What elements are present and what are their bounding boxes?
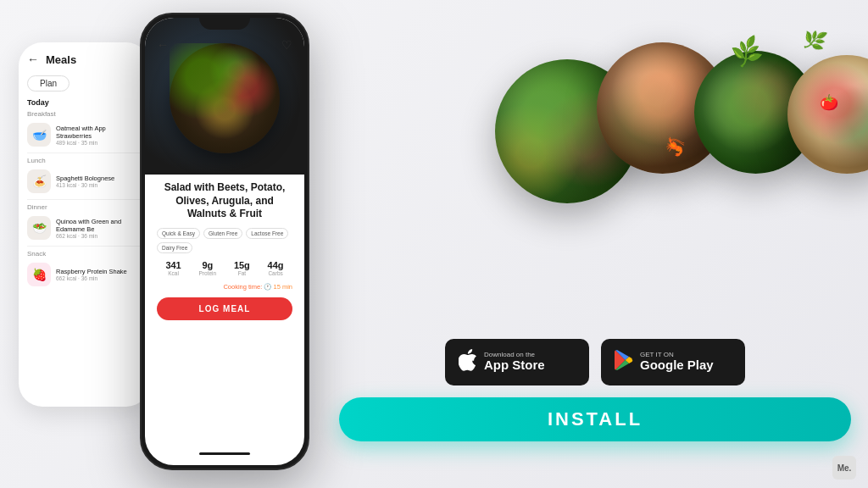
appstore-button[interactable]: Download on the App Store xyxy=(445,339,589,385)
tag-quick-easy: Quick & Easy xyxy=(157,228,200,239)
stat-carbs: 44g Carbs xyxy=(268,260,284,276)
googleplay-title: Google Play xyxy=(640,358,714,373)
cooking-time: Cooking time: 🕐 15 min xyxy=(157,283,292,291)
install-button[interactable]: INSTALL xyxy=(339,397,851,441)
phone-notch xyxy=(199,14,250,30)
phone-main-content: Salad with Beets, Potato, Olives, Arugul… xyxy=(145,175,304,327)
phone-back-icon[interactable]: ← xyxy=(157,38,169,52)
dinner-label: Dinner xyxy=(27,203,142,211)
meal-thumb-1: 🥣 xyxy=(27,123,51,147)
food-title: Salad with Beets, Potato, Olives, Arugul… xyxy=(157,181,292,221)
download-section: Download on the App Store GET IT ON Go xyxy=(339,339,851,441)
today-label: Today xyxy=(27,98,142,107)
meal-name-1: Oatmeal with App Strawberries xyxy=(56,125,142,140)
food-bowl-4 xyxy=(787,55,868,174)
main-container: ← Meals Plan Today Breakfast 🥣 Oatmeal w… xyxy=(0,0,868,488)
meal-thumb-2: 🍝 xyxy=(27,169,51,193)
stat-kcal: 341 Kcal xyxy=(165,260,181,276)
food-stats: 341 Kcal 9g Protein 15g Fat 44g Carbs xyxy=(157,260,292,276)
phone-bg-mockup: ← Meals Plan Today Breakfast 🥣 Oatmeal w… xyxy=(19,42,150,407)
log-meal-button[interactable]: LOG MEAL xyxy=(157,297,292,320)
food-tags: Quick & Easy Gluten Free Lactose Free Da… xyxy=(157,228,292,253)
tomato-decoration: 🍅 xyxy=(820,93,838,112)
me-logo: Me. xyxy=(832,456,856,480)
tag-gluten-free: Gluten Free xyxy=(203,228,242,239)
store-buttons-row: Download on the App Store GET IT ON Go xyxy=(339,339,851,385)
meal-thumb-3: 🥗 xyxy=(27,216,51,240)
meal-item-4: 🍓 Raspberry Protein Shake 662 kcal · 36 … xyxy=(27,263,142,286)
meal-meta-4: 662 kcal · 36 min xyxy=(56,275,142,281)
googleplay-button[interactable]: GET IT ON Google Play xyxy=(601,339,745,385)
meal-item-3: 🥗 Quinoa with Green and Edamame Be 662 k… xyxy=(27,216,142,240)
phone-main-mockup: ← ♡ Salad with Beets, Potato, Olives, Ar… xyxy=(140,13,309,470)
phone-bg-back-icon: ← xyxy=(27,53,39,66)
apple-icon xyxy=(459,349,477,376)
appstore-text: Download on the App Store xyxy=(484,352,545,373)
stat-fat: 15g Fat xyxy=(234,260,250,276)
breakfast-label: Breakfast xyxy=(27,110,142,118)
plan-button[interactable]: Plan xyxy=(27,75,70,92)
meal-item-2: 🍝 Spaghetti Bolognese 413 kcal · 30 min xyxy=(27,169,142,193)
meal-item-1: 🥣 Oatmeal with App Strawberries 489 kcal… xyxy=(27,123,142,147)
food-bowls-section: 🦐 🌿 🌿 🍅 xyxy=(495,25,851,263)
meal-meta-3: 662 kcal · 36 min xyxy=(56,233,142,239)
lunch-label: Lunch xyxy=(27,157,142,164)
tag-dairy-free: Dairy Free xyxy=(157,242,192,253)
appstore-title: App Store xyxy=(484,358,545,373)
install-label: INSTALL xyxy=(548,408,643,430)
snack-label: Snack xyxy=(27,250,142,258)
phone-screen: ← ♡ Salad with Beets, Potato, Olives, Ar… xyxy=(145,18,304,465)
phone-bg-title: Meals xyxy=(46,53,76,66)
meal-meta-2: 413 kcal · 30 min xyxy=(56,182,142,188)
food-bowl-decoration xyxy=(170,43,280,153)
meal-name-4: Raspberry Protein Shake xyxy=(56,268,142,275)
phone-heart-icon[interactable]: ♡ xyxy=(281,38,292,52)
meal-name-2: Spaghetti Bolognese xyxy=(56,175,142,182)
stat-protein: 9g Protein xyxy=(199,260,217,276)
meal-meta-1: 489 kcal · 35 min xyxy=(56,140,142,146)
googleplay-text: GET IT ON Google Play xyxy=(640,352,714,373)
meal-thumb-4: 🍓 xyxy=(27,263,51,286)
home-indicator xyxy=(199,452,250,455)
meal-name-3: Quinoa with Green and Edamame Be xyxy=(56,218,142,233)
food-image: ← ♡ xyxy=(145,18,304,175)
tag-lactose-free: Lactose Free xyxy=(246,228,288,239)
google-play-icon xyxy=(615,350,633,375)
